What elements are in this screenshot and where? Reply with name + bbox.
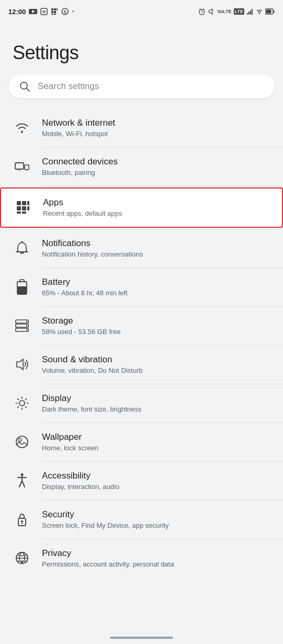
- network-text: Network & internet Mobile, Wi-Fi, hotspo…: [42, 117, 115, 139]
- security-subtitle: Screen lock, Find My Device, app securit…: [42, 521, 169, 530]
- svg-text:M: M: [42, 10, 46, 14]
- svg-line-70: [22, 481, 25, 487]
- svg-rect-29: [266, 10, 271, 14]
- home-indicator: [110, 637, 173, 639]
- battery-status-icon: [265, 8, 275, 15]
- volume-icon: [208, 8, 215, 15]
- svg-point-72: [21, 520, 23, 523]
- dot-icon: ·: [72, 7, 74, 16]
- settings-item-apps[interactable]: Apps Recent apps, default apps: [0, 187, 283, 228]
- network-subtitle: Mobile, Wi-Fi, hotspot: [42, 130, 115, 139]
- svg-rect-44: [22, 212, 26, 214]
- svg-rect-39: [27, 201, 29, 205]
- svg-rect-43: [17, 212, 21, 214]
- battery-icon: [13, 277, 31, 296]
- display-icon: [13, 394, 31, 413]
- settings-item-wallpaper[interactable]: Wallpaper Home, lock screen: [0, 423, 283, 461]
- wallpaper-subtitle: Home, lock screen: [42, 444, 99, 453]
- apps-subtitle: Recent apps, default apps: [43, 209, 122, 218]
- display-title: Display: [42, 393, 142, 404]
- svg-rect-5: [54, 8, 56, 10]
- search-icon: [19, 81, 30, 92]
- wifi-icon: [13, 118, 31, 137]
- settings-item-network[interactable]: Network & internet Mobile, Wi-Fi, hotspo…: [0, 109, 283, 147]
- security-title: Security: [42, 509, 169, 520]
- svg-rect-25: [258, 12, 261, 13]
- settings-item-battery[interactable]: Battery 65% - About 8 hr, 48 min left: [0, 268, 283, 306]
- storage-subtitle: 58% used - 53.56 GB free: [42, 328, 121, 337]
- settings-item-privacy[interactable]: Privacy Permissions, account activity, p…: [0, 539, 283, 578]
- apps-title: Apps: [43, 197, 122, 208]
- svg-rect-26: [257, 10, 262, 11]
- privacy-text: Privacy Permissions, account activity, p…: [42, 548, 174, 569]
- wallpaper-text: Wallpaper Home, lock screen: [42, 431, 99, 453]
- svg-line-17: [203, 9, 204, 10]
- svg-rect-8: [54, 11, 56, 13]
- svg-point-52: [26, 325, 27, 326]
- svg-rect-47: [18, 286, 26, 294]
- svg-point-51: [26, 321, 27, 322]
- status-right: VoLTE LTE: [198, 8, 275, 15]
- privacy-title: Privacy: [42, 548, 174, 559]
- battery-subtitle: 65% - About 8 hr, 48 min left: [42, 289, 127, 298]
- svg-rect-6: [57, 8, 58, 10]
- svg-rect-33: [25, 165, 29, 170]
- settings-item-sound[interactable]: Sound & vibration Volume, vibration, Do …: [0, 346, 283, 384]
- volte-icon: VoLTE: [217, 9, 231, 14]
- settings-item-security[interactable]: Security Screen lock, Find My Device, ap…: [0, 501, 283, 539]
- svg-point-78: [21, 561, 23, 563]
- security-icon: [13, 510, 31, 529]
- settings-item-storage[interactable]: Storage 58% used - 53.56 GB free: [0, 307, 283, 345]
- battery-text: Battery 65% - About 8 hr, 48 min left: [42, 276, 127, 298]
- svg-rect-42: [27, 206, 29, 210]
- lte-badge: LTE: [234, 8, 244, 15]
- settings-item-display[interactable]: Display Dark theme, font size, brightnes…: [0, 384, 283, 423]
- svg-point-53: [26, 329, 27, 330]
- settings-item-connected[interactable]: Connected devices Bluetooth, pairing: [0, 148, 283, 186]
- grid-icon: [51, 8, 58, 15]
- devices-icon: [13, 157, 31, 176]
- sound-subtitle: Volume, vibration, Do Not Disturb: [42, 367, 143, 375]
- svg-rect-24: [259, 13, 260, 14]
- bell-icon: [13, 239, 31, 258]
- shazam-icon: S: [61, 8, 69, 15]
- time-display: 12:00: [8, 8, 26, 16]
- status-left: 12:00 M S ·: [8, 7, 74, 16]
- connected-title: Connected devices: [42, 156, 118, 168]
- svg-rect-32: [15, 163, 24, 169]
- display-subtitle: Dark theme, font size, brightness: [42, 405, 142, 414]
- settings-item-notifications[interactable]: Notifications Notification history, conv…: [0, 229, 283, 268]
- svg-line-63: [18, 407, 19, 408]
- svg-rect-4: [51, 8, 53, 10]
- svg-rect-40: [17, 206, 21, 210]
- privacy-subtitle: Permissions, account activity, personal …: [42, 560, 174, 569]
- status-bar: 12:00 M S · VoLTE LTE: [0, 0, 283, 21]
- connected-text: Connected devices Bluetooth, pairing: [42, 156, 118, 177]
- svg-rect-41: [22, 206, 26, 210]
- svg-point-64: [16, 436, 28, 448]
- storage-title: Storage: [42, 315, 121, 327]
- header: Settings: [0, 21, 283, 74]
- svg-line-69: [19, 481, 22, 487]
- svg-line-16: [200, 9, 201, 10]
- svg-text:S: S: [63, 9, 67, 15]
- storage-text: Storage 58% used - 53.56 GB free: [42, 315, 121, 337]
- svg-rect-28: [274, 10, 275, 13]
- accessibility-subtitle: Display, interaction, audio: [42, 483, 119, 492]
- svg-point-55: [19, 401, 25, 406]
- settings-list: Network & internet Mobile, Wi-Fi, hotspo…: [0, 109, 283, 578]
- storage-icon: [13, 316, 31, 335]
- alarm-icon: [198, 8, 205, 15]
- privacy-icon: [13, 549, 31, 568]
- svg-rect-20: [247, 13, 248, 15]
- accessibility-text: Accessibility Display, interaction, audi…: [42, 470, 119, 492]
- search-bar[interactable]: Search settings: [8, 74, 275, 98]
- accessibility-icon: [13, 471, 31, 490]
- settings-item-accessibility[interactable]: Accessibility Display, interaction, audi…: [0, 462, 283, 500]
- svg-rect-22: [250, 10, 251, 15]
- svg-rect-37: [17, 201, 21, 205]
- network-title: Network & internet: [42, 117, 115, 129]
- bottom-bar: [0, 631, 283, 644]
- svg-line-31: [27, 88, 30, 92]
- notifications-title: Notifications: [42, 238, 143, 249]
